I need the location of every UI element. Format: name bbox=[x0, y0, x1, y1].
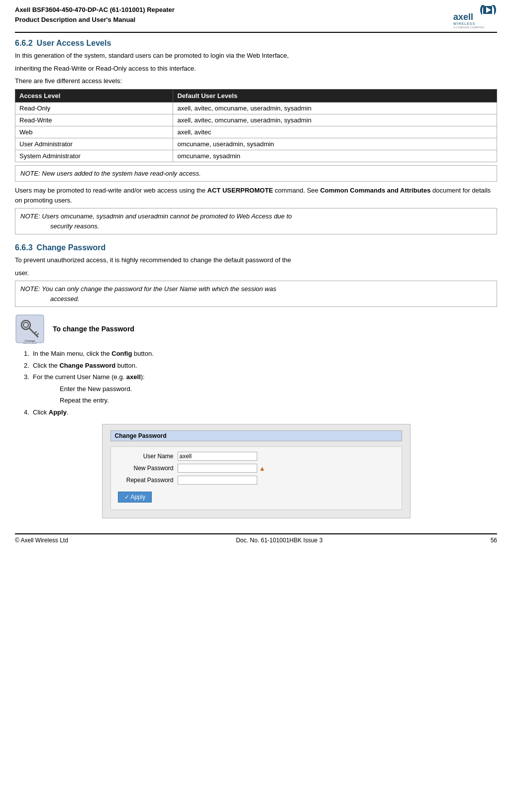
step-number: 4. bbox=[15, 407, 33, 417]
access-level-cell: Read-Only bbox=[15, 102, 173, 114]
step-number: 3. bbox=[15, 372, 33, 382]
ui-title-bar: Change Password bbox=[110, 430, 402, 441]
step-text: Click Apply. bbox=[33, 407, 69, 417]
section-663-heading: 6.6.3Change Password bbox=[15, 243, 497, 252]
footer-center: Doc. No. 61-101001HBK Issue 3 bbox=[236, 537, 322, 544]
section-663-intro1: To prevent unauthorized access, it is hi… bbox=[15, 255, 497, 265]
note-box-2: NOTE: Users omcuname, sysadmin and usera… bbox=[15, 208, 497, 234]
default-users-cell: axell, avitec, omcuname, useradmin, sysa… bbox=[173, 114, 497, 126]
note3-line2: accessed. bbox=[20, 294, 492, 304]
ui-screenshot: Change Password User NameaxellNew Passwo… bbox=[102, 424, 410, 518]
ui-form: User NameaxellNew Password▲Repeat Passwo… bbox=[110, 446, 402, 510]
note-box-1: NOTE: New users added to the system have… bbox=[15, 165, 497, 182]
ui-input-new-password[interactable] bbox=[178, 464, 257, 473]
promote-text: Users may be promoted to read-write and/… bbox=[15, 186, 497, 205]
footer-left: © Axell Wireless Ltd bbox=[15, 537, 68, 544]
section-663-num: 6.6.3 bbox=[15, 243, 33, 252]
section-662-intro1: In this generation of the system, standa… bbox=[15, 51, 497, 61]
section-662-intro2: inheriting the Read-Write or Read-Only a… bbox=[15, 64, 497, 74]
promote-bold2: Common Commands and Attributes bbox=[320, 187, 430, 194]
default-users-cell: axell, avitec bbox=[173, 126, 497, 138]
access-level-cell: Read-Write bbox=[15, 114, 173, 126]
step-number: 2. bbox=[15, 361, 33, 371]
step-item: 4.Click Apply. bbox=[15, 407, 497, 417]
table-row: Webaxell, avitec bbox=[15, 126, 497, 138]
svg-text:WIRELESS: WIRELESS bbox=[453, 22, 475, 25]
apply-button-row: ✓ Apply bbox=[118, 489, 395, 503]
step-text: In the Main menu, click the Config butto… bbox=[33, 349, 154, 359]
ui-input-repeat-password[interactable] bbox=[178, 476, 257, 485]
section-662-heading: 6.6.2User Access Levels bbox=[15, 39, 497, 48]
step-number: 1. bbox=[15, 349, 33, 359]
promote-text2: command. See bbox=[273, 187, 320, 194]
table-row: Read-Writeaxell, avitec, omcuname, usera… bbox=[15, 114, 497, 126]
step-item: 1.In the Main menu, click the Config but… bbox=[15, 349, 497, 359]
promote-bold: ACT USERPROMOTE bbox=[207, 187, 273, 194]
default-users-cell: axell, avitec, omcuname, useradmin, sysa… bbox=[173, 102, 497, 114]
svg-text:axell: axell bbox=[453, 12, 473, 22]
note1-text: NOTE: New users added to the system have… bbox=[20, 170, 201, 177]
ui-form-row: New Password▲ bbox=[118, 464, 395, 473]
ui-form-row: Repeat Password bbox=[118, 476, 395, 485]
footer-right: 56 bbox=[491, 537, 497, 544]
note-box-3: NOTE: You can only change the password f… bbox=[15, 281, 497, 307]
header-line1: Axell BSF3604-450-470-DP-AC (61-101001) … bbox=[15, 5, 175, 15]
access-level-cell: Web bbox=[15, 126, 173, 138]
svg-text:A COBHAM COMPANY: A COBHAM COMPANY bbox=[453, 26, 485, 29]
bullet-item: Enter the New password. bbox=[60, 384, 497, 394]
ui-input-user-name[interactable]: axell bbox=[178, 452, 257, 461]
section-663-intro2: user. bbox=[15, 268, 497, 278]
change-pw-label: To change the Password bbox=[53, 325, 134, 333]
svg-text:Password: Password bbox=[23, 342, 36, 344]
change-password-icon: Change Password bbox=[15, 314, 45, 344]
access-level-cell: User Administrator bbox=[15, 138, 173, 150]
promote-text1: Users may be promoted to read-write and/… bbox=[15, 187, 207, 194]
bullet-item: Repeat the entry. bbox=[60, 396, 497, 406]
table-row: User Administratoromcuname, useradmin, s… bbox=[15, 138, 497, 150]
header-line2: Product Description and User's Manual bbox=[15, 15, 175, 25]
bullet-list: Enter the New password.Repeat the entry. bbox=[60, 384, 497, 406]
table-row: Read-Onlyaxell, avitec, omcuname, userad… bbox=[15, 102, 497, 114]
section-662-title: User Access Levels bbox=[37, 39, 111, 47]
logo-area: axell WIRELESS A COBHAM COMPANY bbox=[452, 5, 497, 29]
table-col1-header: Access Level bbox=[15, 89, 173, 102]
step-text: Click the Change Password button. bbox=[33, 361, 137, 371]
ui-form-row: User Nameaxell bbox=[118, 452, 395, 461]
ui-form-label: New Password bbox=[118, 465, 178, 472]
steps-list: 1.In the Main menu, click the Config but… bbox=[15, 349, 497, 417]
default-users-cell: omcuname, sysadmin bbox=[173, 150, 497, 162]
change-pw-icon-row: Change Password To change the Password bbox=[15, 314, 497, 344]
ui-form-label: User Name bbox=[118, 453, 178, 460]
change-password-svg: Change Password bbox=[15, 314, 45, 344]
step-text: For the current User Name (e.g. axell): bbox=[33, 372, 145, 382]
note3-line1: NOTE: You can only change the password f… bbox=[20, 284, 492, 294]
page-wrapper: Axell BSF3604-450-470-DP-AC (61-101001) … bbox=[0, 0, 512, 554]
apply-button[interactable]: ✓ Apply bbox=[118, 492, 152, 503]
section-662-num: 6.6.2 bbox=[15, 39, 33, 47]
page-header: Axell BSF3604-450-470-DP-AC (61-101001) … bbox=[15, 5, 497, 33]
access-level-cell: System Administrator bbox=[15, 150, 173, 162]
note2-line2: security reasons. bbox=[20, 221, 492, 231]
table-col2-header: Default User Levels bbox=[173, 89, 497, 102]
warning-icon: ▲ bbox=[259, 465, 266, 472]
default-users-cell: omcuname, useradmin, sysadmin bbox=[173, 138, 497, 150]
step-item: 3.For the current User Name (e.g. axell)… bbox=[15, 372, 497, 382]
step-item: 2.Click the Change Password button. bbox=[15, 361, 497, 371]
section-662-intro3: There are five different access levels: bbox=[15, 76, 497, 86]
ui-form-label: Repeat Password bbox=[118, 477, 178, 484]
section-663-title: Change Password bbox=[37, 243, 106, 252]
table-row: System Administratoromcuname, sysadmin bbox=[15, 150, 497, 162]
note2-line1: NOTE: Users omcuname, sysadmin and usera… bbox=[20, 211, 492, 221]
access-level-table: Access Level Default User Levels Read-On… bbox=[15, 89, 497, 162]
header-text: Axell BSF3604-450-470-DP-AC (61-101001) … bbox=[15, 5, 175, 24]
page-footer: © Axell Wireless Ltd Doc. No. 61-101001H… bbox=[15, 533, 497, 544]
company-logo: axell WIRELESS A COBHAM COMPANY bbox=[452, 5, 497, 29]
